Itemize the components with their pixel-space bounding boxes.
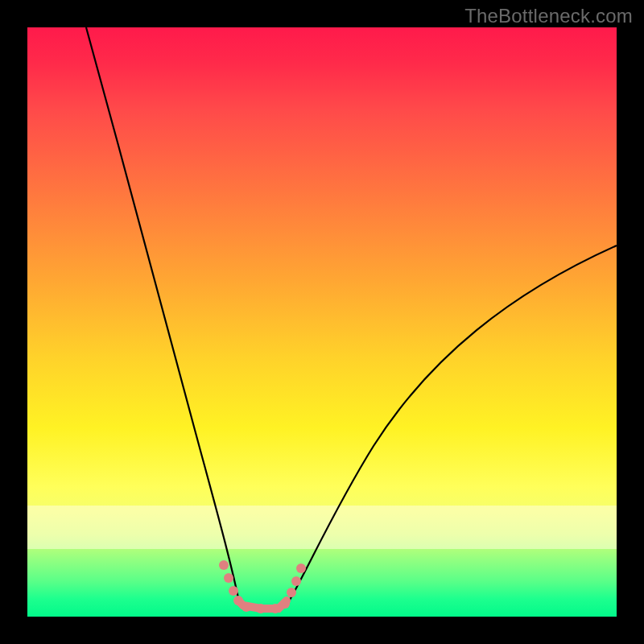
svg-point-8 <box>287 588 296 597</box>
right-curve <box>287 246 617 605</box>
curves-svg <box>27 27 617 617</box>
chart-frame: TheBottleneck.com <box>0 0 644 644</box>
svg-point-9 <box>291 576 301 586</box>
svg-point-2 <box>229 586 238 596</box>
svg-point-10 <box>296 564 306 573</box>
left-curve <box>86 27 240 605</box>
svg-point-3 <box>233 596 243 605</box>
svg-point-5 <box>256 604 266 613</box>
svg-point-6 <box>270 604 280 613</box>
svg-point-4 <box>242 602 251 612</box>
svg-point-0 <box>219 560 229 570</box>
svg-point-7 <box>280 599 290 609</box>
svg-point-1 <box>224 573 233 583</box>
watermark-text: TheBottleneck.com <box>464 5 633 27</box>
plot-area <box>27 27 617 617</box>
